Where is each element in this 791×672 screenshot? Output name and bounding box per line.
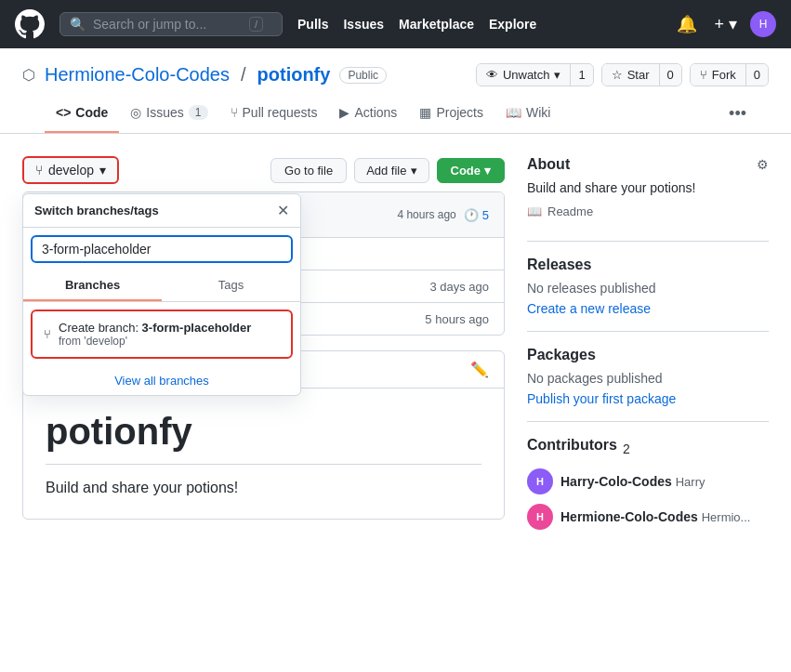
fork-group: ⑂ Fork 0: [690, 63, 769, 86]
tab-issues[interactable]: ◎ Issues 1: [119, 94, 218, 133]
publish-package-link[interactable]: Publish your first package: [527, 391, 676, 406]
contributors-header: Contributors 2: [527, 437, 769, 461]
wiki-icon: 📖: [506, 105, 521, 120]
view-all-branches-link[interactable]: View all branches: [23, 366, 300, 395]
contributor-name-harry[interactable]: Harry-Colo-Codes: [560, 474, 672, 489]
tab-pr-label: Pull requests: [243, 105, 318, 120]
create-branch-item[interactable]: ⑂ Create branch: 3-form-placeholder from…: [31, 310, 293, 359]
file-time-readme: 5 hours ago: [396, 312, 489, 326]
contributor-avatar-harry[interactable]: H: [527, 468, 553, 494]
navbar: 🔍 / Pulls Issues Marketplace Explore 🔔 +…: [0, 0, 791, 48]
unwatch-group: 👁 Unwatch ▾ 1: [476, 63, 594, 86]
packages-section: Packages No packages published Publish y…: [527, 347, 769, 406]
readme-link[interactable]: 📖 Readme: [527, 204, 769, 218]
branch-icon: ⑂: [35, 163, 43, 178]
code-icon: <>: [56, 105, 71, 120]
contributor-avatar-hermione[interactable]: H: [527, 504, 553, 530]
unwatch-button[interactable]: 👁 Unwatch ▾: [477, 64, 571, 86]
contributor-username-hermione: Hermio...: [702, 510, 751, 524]
tab-wiki-label: Wiki: [526, 105, 550, 120]
dropdown-title: Switch branches/tags: [34, 204, 159, 217]
dropdown-tab-branches[interactable]: Branches: [23, 270, 162, 301]
contributor-name-hermione[interactable]: Hermione-Colo-Codes: [560, 509, 698, 524]
gear-icon[interactable]: ⚙: [757, 157, 769, 172]
dropdown-close-button[interactable]: ✕: [277, 202, 289, 219]
tab-actions-label: Actions: [354, 105, 397, 120]
releases-no-content: No releases published: [527, 281, 769, 296]
contributor-item-harry: H Harry-Colo-Codes Harry: [527, 468, 769, 494]
nav-link-explore[interactable]: Explore: [489, 17, 536, 32]
create-branch-name: 3-form-placeholder: [142, 321, 252, 335]
add-file-label: Add file: [366, 164, 406, 178]
branch-selector-button[interactable]: ⑂ develop ▾: [22, 156, 119, 184]
book-icon: 📖: [527, 204, 542, 218]
fork-button[interactable]: ⑂ Fork: [691, 64, 745, 86]
contributor-list: H Harry-Colo-Codes Harry H Hermione-Colo…: [527, 468, 769, 530]
new-menu-button[interactable]: + ▾: [710, 10, 741, 38]
fork-count: 0: [745, 64, 768, 86]
readme-link-label: Readme: [547, 204, 593, 218]
eye-icon: 👁: [486, 68, 498, 82]
tab-pull-requests[interactable]: ⑂ Pull requests: [219, 94, 329, 133]
pr-icon: ⑂: [231, 105, 238, 120]
about-description: Build and share your potions!: [527, 180, 769, 195]
repo-owner-link[interactable]: Hermione-Colo-Codes: [45, 64, 230, 86]
nav-link-issues[interactable]: Issues: [343, 17, 384, 32]
search-box[interactable]: 🔍 /: [59, 12, 283, 36]
releases-title: Releases: [527, 257, 769, 273]
goto-file-button[interactable]: Go to file: [270, 158, 347, 183]
actions-icon: ▶: [339, 105, 349, 120]
contributors-title: Contributors: [527, 437, 617, 454]
add-file-button[interactable]: Add file ▾: [354, 158, 428, 183]
about-header: About ⚙: [527, 156, 769, 173]
avatar[interactable]: H: [750, 11, 776, 37]
create-branch-from: from 'develop': [59, 335, 251, 348]
unwatch-label: Unwatch: [503, 68, 550, 82]
divider-2: [527, 331, 769, 332]
readme-content: potionfy Build and share your potions!: [23, 389, 504, 519]
dropdown-tabs: Branches Tags: [23, 270, 300, 302]
contributor-item-hermione: H Hermione-Colo-Codes Hermio...: [527, 504, 769, 530]
readme-edit-button[interactable]: ✏️: [470, 361, 489, 378]
divider-1: [527, 241, 769, 242]
contributor-username-harry: Harry: [676, 475, 705, 489]
code-btn-chevron-icon: ▾: [484, 164, 491, 178]
code-button[interactable]: Code ▾: [437, 158, 506, 183]
tab-projects[interactable]: ▦ Projects: [408, 94, 494, 133]
readme-title: potionfy: [46, 411, 481, 465]
github-logo-icon[interactable]: [15, 9, 45, 39]
code-btn-label: Code: [451, 164, 481, 178]
commit-history-button[interactable]: 🕐 5: [464, 208, 489, 222]
create-release-link[interactable]: Create a new release: [527, 301, 651, 316]
repo-title-row: ⬡ Hermione-Colo-Codes / potionfy Public …: [22, 63, 769, 86]
fork-label: Fork: [712, 68, 736, 82]
dropdown-tab-tags[interactable]: Tags: [162, 270, 300, 301]
nav-link-pulls[interactable]: Pulls: [297, 17, 328, 32]
readme-description: Build and share your potions!: [46, 480, 481, 496]
tab-actions[interactable]: ▶ Actions: [328, 94, 408, 133]
create-branch-text: Create branch: 3-form-placeholder from '…: [59, 321, 251, 348]
star-label: Star: [627, 68, 650, 82]
main-content: ⑂ develop ▾ Switch branches/tags ✕ Branc…: [0, 134, 791, 552]
nav-link-marketplace[interactable]: Marketplace: [399, 17, 474, 32]
search-shortcut: /: [249, 17, 263, 32]
branch-search-input[interactable]: [31, 235, 293, 263]
issues-badge: 1: [189, 105, 208, 120]
search-input[interactable]: [93, 17, 242, 32]
tab-wiki[interactable]: 📖 Wiki: [494, 94, 561, 133]
tabs-more-button[interactable]: •••: [729, 104, 746, 124]
tab-projects-label: Projects: [436, 105, 483, 120]
about-title: About: [527, 156, 570, 173]
chevron-icon: ▾: [554, 68, 560, 82]
repo-name-link[interactable]: potionfy: [257, 64, 331, 86]
repo-actions: 👁 Unwatch ▾ 1 ☆ Star 0 ⑂ Fork 0: [476, 63, 769, 86]
releases-section: Releases No releases published Create a …: [527, 257, 769, 316]
projects-icon: ▦: [419, 105, 431, 120]
star-group: ☆ Star 0: [601, 63, 682, 86]
tab-code[interactable]: <> Code: [45, 94, 119, 133]
star-button[interactable]: ☆ Star: [602, 64, 659, 86]
file-time-txt: 3 days ago: [396, 280, 489, 294]
notifications-button[interactable]: 🔔: [673, 10, 701, 38]
fork-icon: ⑂: [700, 68, 707, 82]
star-count: 0: [659, 64, 681, 86]
